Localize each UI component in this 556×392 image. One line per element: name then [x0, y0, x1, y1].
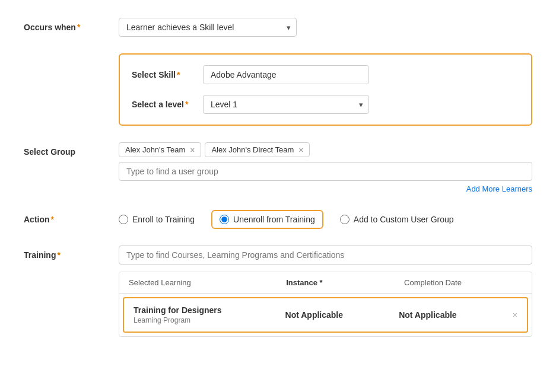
th-selected-learning: Selected Learning — [129, 278, 286, 287]
training-title: Training for Designers — [134, 305, 285, 315]
select-level-select[interactable]: Level 1Level 2Level 3 — [203, 95, 369, 114]
occurs-when-select-wrapper: Learner achieves a Skill levelLearner co… — [119, 18, 297, 37]
select-skill-input[interactable] — [203, 65, 369, 84]
occurs-when-select[interactable]: Learner achieves a Skill levelLearner co… — [119, 18, 297, 37]
td-instance: Not Applicable — [285, 310, 399, 320]
tag-alex-johns-team-label: Alex John's Team — [125, 145, 185, 154]
main-container: Occurs when* Learner achieves a Skill le… — [0, 0, 556, 392]
select-level-row: Select a level* Level 1Level 2Level 3 — [132, 95, 519, 114]
select-group-row: Select Group Alex John's Team × Alex Joh… — [24, 142, 532, 193]
tag-alex-johns-direct-team: Alex John's Direct Team × — [205, 142, 310, 157]
training-row: Training* Selected Learning Instance * C… — [24, 246, 532, 337]
action-label: Action* — [24, 210, 119, 224]
action-enroll-radio[interactable] — [119, 215, 128, 224]
action-custom-option[interactable]: Add to Custom User Group — [340, 215, 454, 224]
completion-value: Not Applicable — [399, 310, 457, 320]
tag-alex-johns-team: Alex John's Team × — [119, 142, 201, 157]
th-instance: Instance * — [286, 278, 404, 287]
action-unenroll-highlighted: Unenroll from Training — [211, 210, 323, 229]
skill-section-row: Spacer Select Skill* Select a level* Lev… — [24, 53, 532, 126]
training-type: Learning Program — [134, 316, 285, 324]
action-enroll-option[interactable]: Enroll to Training — [119, 215, 195, 224]
training-search-input[interactable] — [119, 246, 532, 264]
th-completion-date: Completion Date — [404, 278, 522, 287]
action-enroll-label: Enroll to Training — [132, 215, 195, 224]
select-level-label: Select a level* — [132, 100, 203, 109]
td-learning: Training for Designers Learning Program — [134, 305, 285, 324]
tag-alex-johns-direct-team-close[interactable]: × — [298, 146, 303, 154]
td-completion: Not Applicable — [399, 310, 513, 320]
occurs-when-label: Occurs when* — [24, 18, 119, 32]
action-unenroll-option[interactable]: Unenroll from Training — [220, 215, 315, 224]
training-label: Training* — [24, 246, 119, 260]
group-search-input[interactable] — [119, 162, 532, 181]
training-table-header: Selected Learning Instance * Completion … — [119, 272, 532, 294]
training-row-close[interactable]: × — [513, 310, 517, 320]
select-level-wrapper: Level 1Level 2Level 3 — [203, 95, 369, 114]
training-table: Selected Learning Instance * Completion … — [119, 272, 532, 337]
occurs-when-required: * — [77, 23, 80, 32]
select-skill-row: Select Skill* — [132, 65, 519, 84]
group-tags: Alex John's Team × Alex John's Direct Te… — [119, 142, 532, 157]
action-row: Action* Enroll to Training Unenroll from… — [24, 210, 532, 229]
add-more-learners-link[interactable]: Add More Learners — [119, 184, 532, 193]
select-group-label: Select Group — [24, 142, 119, 157]
tag-alex-johns-team-close[interactable]: × — [190, 146, 195, 154]
occurs-when-label-text: Occurs when — [24, 23, 76, 32]
instance-value: Not Applicable — [285, 310, 344, 320]
action-custom-radio[interactable] — [340, 215, 350, 224]
tag-alex-johns-direct-team-label: Alex John's Direct Team — [211, 145, 294, 154]
occurs-when-row: Occurs when* Learner achieves a Skill le… — [24, 18, 532, 37]
action-unenroll-label: Unenroll from Training — [233, 215, 315, 224]
action-unenroll-radio[interactable] — [220, 215, 229, 224]
training-control: Selected Learning Instance * Completion … — [119, 246, 532, 337]
training-table-row: Training for Designers Learning Program … — [123, 297, 528, 333]
action-options: Enroll to Training Unenroll from Trainin… — [119, 210, 532, 229]
select-group-control: Alex John's Team × Alex John's Direct Te… — [119, 142, 532, 193]
skill-section-box: Select Skill* Select a level* Level 1Lev… — [119, 53, 532, 126]
select-skill-label: Select Skill* — [132, 70, 203, 79]
action-custom-label: Add to Custom User Group — [354, 215, 454, 224]
occurs-when-control: Learner achieves a Skill levelLearner co… — [119, 18, 532, 37]
